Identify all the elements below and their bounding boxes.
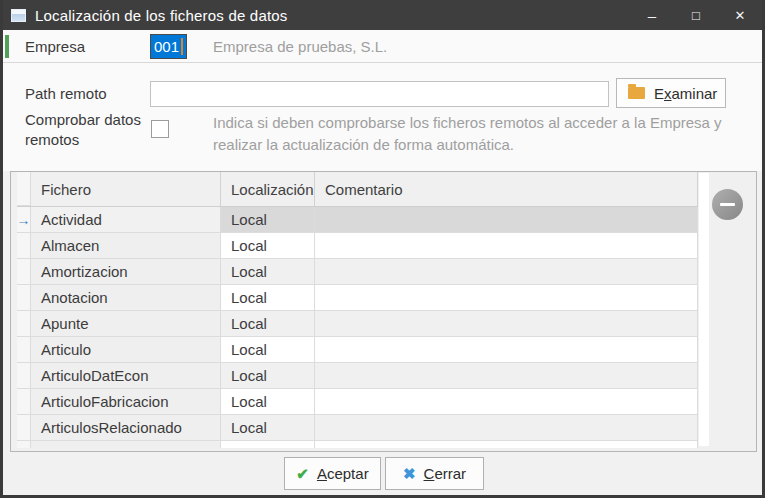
table-row[interactable]: AmortizacionLocal	[17, 259, 698, 285]
header-indicator	[17, 172, 31, 206]
cerrar-button[interactable]: ✖ Cerrar	[385, 457, 484, 490]
accent-bar	[5, 35, 9, 58]
examinar-label: Examinar	[654, 85, 717, 102]
table-row[interactable]: AlmacenLocal	[17, 233, 698, 259]
row-indicator	[17, 233, 31, 259]
file-table-body: →ActividadLocalAlmacenLocalAmortizacionL…	[17, 207, 698, 441]
header-comentario[interactable]: Comentario	[315, 172, 698, 206]
row-indicator	[17, 285, 31, 311]
row-indicator	[17, 337, 31, 363]
comprobar-description: Indica si deben comprobarse los ficheros…	[213, 112, 745, 156]
cell-localizacion[interactable]: Local	[221, 363, 315, 389]
cell-comentario[interactable]	[315, 311, 698, 337]
cell-fichero[interactable]: ArticuloDatEcon	[31, 363, 221, 389]
header-localizacion[interactable]: Localización	[221, 172, 315, 206]
cell-fichero[interactable]: Apunte	[31, 311, 221, 337]
cell-comentario[interactable]	[315, 259, 698, 285]
row-indicator	[17, 363, 31, 389]
text-caret	[181, 38, 183, 55]
cell-localizacion[interactable]: Local	[221, 233, 315, 259]
cell-comentario[interactable]	[315, 207, 698, 233]
cell-fichero[interactable]: Almacen	[31, 233, 221, 259]
cell-fichero[interactable]: Anotacion	[31, 285, 221, 311]
folder-icon	[628, 87, 645, 99]
empresa-name-text: Empresa de pruebas, S.L.	[213, 30, 387, 63]
cell-fichero[interactable]: Amortizacion	[31, 259, 221, 285]
table-row[interactable]: ArticuloDatEconLocal	[17, 363, 698, 389]
cell-fichero[interactable]: ArticuloFabricacion	[31, 389, 221, 415]
cell-fichero[interactable]: Actividad	[31, 207, 221, 233]
minus-circle-icon[interactable]	[712, 189, 743, 220]
cell-comentario[interactable]	[315, 363, 698, 389]
cell-comentario[interactable]	[315, 415, 698, 441]
empresa-code-value: 001	[154, 38, 179, 55]
vertical-scrollbar[interactable]	[699, 173, 709, 446]
table-row[interactable]: ApunteLocal	[17, 311, 698, 337]
titlebar: Localización de los ficheros de datos – …	[3, 0, 762, 30]
window-controls: – □ ✕	[630, 0, 762, 30]
table-row[interactable]: ArticuloLocal	[17, 337, 698, 363]
comprobar-label: Comprobar datos remotos	[25, 110, 157, 150]
cell-comentario[interactable]	[315, 337, 698, 363]
cell-localizacion[interactable]: Local	[221, 207, 315, 233]
table-header-row: Fichero Localización Comentario	[17, 172, 698, 207]
minimize-button[interactable]: –	[630, 0, 674, 30]
cross-icon: ✖	[403, 465, 416, 483]
app-icon	[11, 9, 26, 22]
dialog-window: Localización de los ficheros de datos – …	[0, 0, 765, 498]
empresa-code-input[interactable]: 001	[150, 34, 187, 59]
cell-localizacion[interactable]: Local	[221, 389, 315, 415]
aceptar-button[interactable]: ✔ Aceptar	[284, 457, 381, 490]
aceptar-label: Aceptar	[317, 465, 369, 482]
cell-fichero[interactable]: ArticulosRelacionado	[31, 415, 221, 441]
current-row-arrow-icon: →	[17, 213, 31, 227]
check-icon: ✔	[296, 465, 309, 483]
comprobar-checkbox[interactable]	[151, 120, 169, 138]
cell-localizacion[interactable]: Local	[221, 311, 315, 337]
header-fichero[interactable]: Fichero	[31, 172, 221, 206]
table-row[interactable]: ArticuloFabricacionLocal	[17, 389, 698, 415]
row-indicator	[17, 415, 31, 441]
cell-comentario[interactable]	[315, 233, 698, 259]
cell-localizacion[interactable]: Local	[221, 285, 315, 311]
close-button[interactable]: ✕	[718, 0, 762, 30]
table-row[interactable]: AnotacionLocal	[17, 285, 698, 311]
path-remoto-input[interactable]	[150, 81, 609, 107]
cell-fichero[interactable]: Articulo	[31, 337, 221, 363]
files-table-container: Fichero Localización Comentario →Activid…	[10, 171, 757, 452]
examinar-button[interactable]: Examinar	[616, 78, 726, 108]
path-remoto-label: Path remoto	[25, 81, 107, 107]
cell-comentario[interactable]	[315, 389, 698, 415]
cell-localizacion[interactable]: Local	[221, 337, 315, 363]
remote-settings-section: Path remoto Examinar Comprobar datos rem…	[3, 64, 762, 171]
cell-comentario[interactable]	[315, 285, 698, 311]
row-indicator	[17, 389, 31, 415]
row-indicator	[17, 259, 31, 285]
row-indicator: →	[17, 207, 31, 233]
empresa-row: Empresa 001 Empresa de pruebas, S.L.	[3, 30, 762, 63]
partial-row	[17, 441, 698, 448]
files-grid: Fichero Localización Comentario →Activid…	[17, 172, 698, 448]
empresa-label: Empresa	[25, 30, 85, 63]
cerrar-label: Cerrar	[424, 465, 467, 482]
cell-localizacion[interactable]: Local	[221, 259, 315, 285]
table-row[interactable]: ArticulosRelacionadoLocal	[17, 415, 698, 441]
row-indicator	[17, 311, 31, 337]
cell-localizacion[interactable]: Local	[221, 415, 315, 441]
table-row[interactable]: →ActividadLocal	[17, 207, 698, 233]
maximize-button[interactable]: □	[674, 0, 718, 30]
window-title: Localización de los ficheros de datos	[35, 7, 288, 24]
